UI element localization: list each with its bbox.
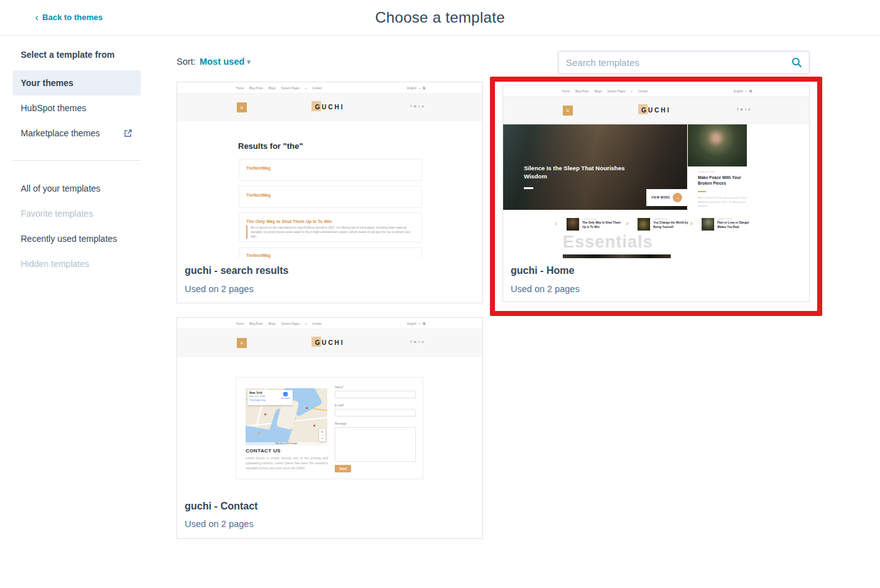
sort-value: Most used [200,57,245,67]
template-thumbnail: Home Blog Posts Blogs System Pages ▾ Con… [177,318,482,494]
result-link: TheNextMag [246,193,271,197]
sidebar-item-hubspot-themes[interactable]: HubSpot themes [13,95,141,121]
message-field [335,427,416,462]
sort-dropdown[interactable]: Most used ▾ [200,57,251,67]
twitter-icon: t [745,108,746,111]
choose-template-page: ‹ Back to themes Choose a template Selec… [0,0,880,588]
preview-social-icons: f in t z [411,105,423,108]
article-thumbnail [702,218,714,231]
preview-result-item: The Only Way to Shut Them Up Is To Win M… [239,212,422,242]
logo-right: CHI [328,339,344,346]
page-title: Choose a template [0,9,880,26]
template-title: guchi - Home [511,265,574,276]
template-card-home[interactable]: Home Blog Posts Blogs System Pages ▾ Con… [502,85,810,302]
preview-nav-link: Blog Posts [575,90,589,93]
template-card-search-results[interactable]: Home Blog Posts Blogs System Pages ▾ Con… [177,82,483,303]
search-icon[interactable] [791,57,802,68]
result-link: The Only Way to Shut Them Up Is To Win [246,219,332,224]
message-label: Message: [335,422,347,425]
preview-header: ≡ GUCHI f in t z [177,329,482,357]
linkedin-icon: in [414,340,416,344]
sidebar-item-favorite-templates[interactable]: Favorite templates [13,201,141,226]
sidebar-item-marketplace-themes[interactable]: Marketplace themes [13,121,141,146]
preview-language: English [407,322,416,325]
sidebar-heading: Select a template from [21,50,114,60]
linkedin-icon: in [414,105,416,108]
selected-card-outline: Home Blog Posts Blogs System Pages ▾ Con… [490,77,822,316]
feature-title: Make Peace With Your Broken Pieces [698,175,745,186]
preview-result-item: TheNextMag [239,248,422,258]
contact-us-heading: CONTACT US [246,448,281,454]
template-card-contact[interactable]: Home Blog Posts Blogs System Pages ▾ Con… [177,317,483,539]
send-button: Send [335,465,351,472]
facebook-icon: f [737,108,738,111]
template-title: guchi - Contact [185,501,258,512]
preview-social-icons: f in t z [411,340,423,344]
caret-down-icon: ▾ [631,90,633,93]
preview-nav-link: Blog Posts [249,87,263,90]
article-category: LIFESTYLE [653,218,668,220]
article-number: 3 [690,222,692,226]
preview-nav-link: Blog Posts [249,322,263,325]
caret-down-icon: ▾ [247,58,251,66]
contact-us-body: Lorem Ipsum is simply dummy text of the … [246,455,328,471]
contact-section: New York New York, USA View larger map →… [236,377,423,479]
hero-image: Silence Is the Sleep That Nourishes Wisd… [503,124,687,210]
search-icon [749,90,752,93]
sidebar-item-label: All of your templates [21,183,100,193]
section-image [563,254,671,258]
twitter-icon: t [418,105,419,108]
sidebar-item-recently-used-templates[interactable]: Recently used templates [13,226,141,251]
feature-image [688,124,747,166]
view-more-button: VIEW MORE → [646,189,687,206]
result-excerpt: Met to launch on the manufacturer's new … [246,226,416,239]
sidebar-item-hidden-templates[interactable]: Hidden templates [13,251,141,276]
twitter-icon: t [418,340,419,344]
directions-label: Directions [281,397,290,400]
sidebar-item-your-themes[interactable]: Your themes [13,70,141,95]
article-title: You Change the World by Being Yourself [653,221,692,229]
map-image: New York New York, USA View larger map →… [246,388,327,445]
template-thumbnail: Home Blog Posts Blogs System Pages ▾ Con… [177,82,482,258]
linkedin-icon: in [741,108,743,111]
zoom-out-icon: − [319,435,325,442]
sidebar-item-label: HubSpot themes [21,103,86,113]
map-marker [258,432,260,434]
preview-nav-link: Blogs [595,90,602,93]
caret-down-icon: ▾ [419,322,420,325]
view-more-label: VIEW MORE [651,196,670,199]
search-icon [423,87,426,90]
preview-logo: GUCHI [177,339,482,346]
sidebar-item-all-templates[interactable]: All of your templates [13,176,141,201]
preview-nav-link: Contact [312,87,322,90]
hero-underline [524,187,533,189]
map-marker [313,425,315,427]
preview-article: 2 LIFESTYLE You Change the World by Bein… [626,217,689,233]
email-field [335,409,416,416]
preview-result-item: TheNextMag [239,186,422,208]
preview-nav-link: Home [236,87,244,90]
search-templates-box [558,51,810,74]
article-title: The Only Way to Shut Them Up Is To Win [582,221,621,229]
sidebar-divider [13,160,141,161]
preview-social-icons: f in t z [737,108,750,111]
logo-left: GU [315,339,328,346]
template-title: guchi - search results [185,265,288,276]
caret-down-icon: ▾ [305,322,307,325]
search-input[interactable] [558,57,791,68]
sidebar-item-label: Recently used templates [21,234,117,244]
top-header: ‹ Back to themes Choose a template [0,0,880,36]
name-label: Name* [335,386,344,389]
article-title: Pain or Love or Danger Makes You Real [717,221,756,229]
result-link: TheNextMag [246,253,271,258]
map-directions: → Directions [281,392,290,400]
preview-nav-link: Blogs [269,87,276,90]
logo-right: CHI [655,107,671,114]
article-number: 2 [626,222,628,226]
map-marker [306,407,308,409]
preview-logo: GUCHI [503,107,809,114]
article-thumbnail [567,218,579,231]
feature-category: LIFESTYLE [698,171,715,173]
external-link-icon [124,129,133,138]
article-thumbnail [638,218,650,231]
